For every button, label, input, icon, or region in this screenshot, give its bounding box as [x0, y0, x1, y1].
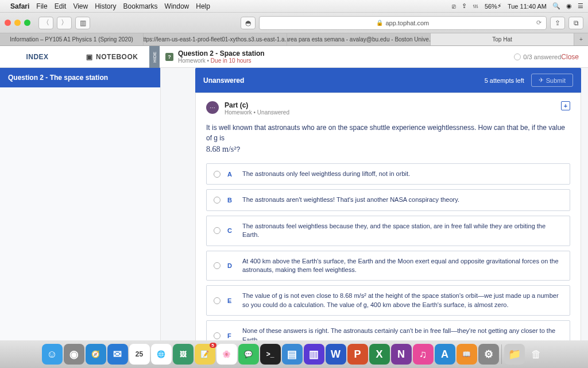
safari-toolbar: 〈 〉 ▥ ◓ 🔒 app.tophat.com ⟳ ⇪ ⧉: [0, 13, 588, 33]
dock-app-app2[interactable]: ▥: [304, 344, 324, 365]
dock-app-itunes[interactable]: ♫: [413, 344, 434, 365]
forward-button[interactable]: 〉: [57, 17, 72, 29]
clock[interactable]: Tue 11:40 AM: [508, 3, 547, 10]
expand-button[interactable]: +: [561, 101, 570, 110]
menu-window[interactable]: Window: [165, 2, 189, 10]
answer-option[interactable]: DAt 400 km above the Earth's surface, th…: [206, 251, 570, 281]
dock-app-safari[interactable]: 🧭: [86, 344, 106, 365]
radio-icon: [214, 332, 220, 339]
close-window-button[interactable]: [5, 20, 11, 26]
hide-sidebar-button[interactable]: HIDE: [149, 46, 160, 68]
dock-app-mail[interactable]: ✉: [107, 344, 128, 365]
dock-app-excel[interactable]: X: [369, 344, 390, 365]
dock-app-messages[interactable]: 💬: [238, 344, 259, 365]
dock-trash[interactable]: 🗑: [526, 344, 547, 365]
radio-icon: [214, 171, 220, 178]
option-letter: B: [227, 197, 235, 204]
answer-option[interactable]: CThe astronauts feel weightless because …: [206, 216, 570, 246]
attempts-left: 5 attempts left: [485, 77, 524, 84]
dock: ☺◉🧭✉25🌐🖼📝5🌸💬>_▤▥WPXN♫A📖⚙📁🗑: [0, 340, 588, 368]
answer-option[interactable]: AThe astronauts only feel weightless dur…: [206, 163, 570, 185]
app-name[interactable]: Safari: [10, 2, 29, 10]
browser-tab[interactable]: Information – PY105 A1 Physics 1 (Spring…: [0, 33, 144, 45]
question-title: Question 2 - Space station: [178, 49, 265, 57]
answer-option[interactable]: EThe value of g is not even close to 8.6…: [206, 285, 570, 316]
question-text: It is well known that astronauts who are…: [206, 122, 570, 155]
status-label: Unanswered: [203, 76, 244, 85]
answer-options: AThe astronauts only feel weightless dur…: [206, 163, 570, 340]
tabs-button[interactable]: ⧉: [568, 17, 583, 29]
dock-app-appstore[interactable]: A: [435, 344, 455, 365]
battery-status[interactable]: 56% ⚡︎: [485, 2, 502, 10]
menu-view[interactable]: View: [73, 2, 88, 10]
part-title: Part (c): [225, 101, 289, 109]
dock-app-terminal[interactable]: >_: [260, 344, 281, 365]
tab-notebook[interactable]: ▣ NOTEBOOK: [75, 46, 149, 68]
back-button[interactable]: 〈: [38, 17, 53, 29]
close-button[interactable]: Close: [561, 53, 579, 61]
new-tab-button[interactable]: +: [574, 33, 588, 45]
zoom-window-button[interactable]: [24, 20, 30, 26]
browser-tab-active[interactable]: Top Hat: [431, 33, 574, 45]
dock-app-notes[interactable]: 📝5: [195, 344, 215, 365]
dock-folder[interactable]: 📁: [504, 344, 525, 365]
browser-tab[interactable]: Tarea para esta semana - avalay@bu.edu -…: [287, 33, 431, 45]
dock-app-calendar[interactable]: 25: [129, 344, 150, 365]
tophat-header: INDEX ▣ NOTEBOOK HIDE ? Question 2 - Spa…: [0, 46, 588, 68]
menu-edit[interactable]: Edit: [55, 2, 67, 10]
option-letter: A: [227, 171, 235, 178]
answer-option[interactable]: BThe astronauts aren't weightless! That'…: [206, 189, 570, 210]
screen-mirror-icon[interactable]: ⎚: [452, 3, 456, 10]
menu-bookmarks[interactable]: Bookmarks: [123, 2, 158, 10]
dock-separator: [501, 344, 502, 364]
instructor-avatar: ⋯: [206, 101, 219, 114]
wifi-icon[interactable]: ᯾: [473, 3, 479, 10]
dock-app-app1[interactable]: ▤: [282, 344, 303, 365]
progress-circle-icon: [514, 53, 521, 60]
dock-app-preview[interactable]: 🖼: [173, 344, 194, 365]
dock-app-onenote[interactable]: N: [391, 344, 412, 365]
dock-app-chrome[interactable]: 🌐: [151, 344, 172, 365]
sidebar-current-question[interactable]: Question 2 - The space station: [0, 68, 160, 87]
airplay-icon[interactable]: ⇪: [462, 2, 467, 10]
dock-app-books[interactable]: 📖: [457, 344, 477, 365]
tab-index[interactable]: INDEX: [0, 46, 75, 68]
radio-icon: [214, 262, 220, 269]
address-bar[interactable]: 🔒 app.tophat.com ⟳: [259, 16, 547, 30]
question-meta: Homework • Due in 10 hours: [178, 57, 265, 64]
menu-history[interactable]: History: [95, 2, 116, 10]
reload-icon[interactable]: ⟳: [536, 19, 541, 26]
window-controls: [5, 20, 30, 26]
option-text: The astronauts only feel weightless duri…: [242, 170, 410, 178]
dock-app-launchpad[interactable]: ◉: [64, 344, 84, 365]
dock-app-photos[interactable]: 🌸: [216, 344, 237, 365]
option-text: The value of g is not even close to 8.68…: [242, 292, 563, 309]
answer-option[interactable]: FNone of these answers is right. The ast…: [206, 320, 570, 340]
sidebar: Question 2 - The space station: [0, 68, 161, 340]
submit-button[interactable]: ✈ Submit: [531, 74, 573, 87]
sidebar-button[interactable]: ▥: [75, 17, 90, 29]
dock-app-powerpoint[interactable]: P: [347, 344, 368, 365]
spotlight-icon[interactable]: 🔍: [552, 2, 560, 10]
lock-icon: 🔒: [376, 20, 383, 26]
mac-menu-bar: Safari File Edit View History Bookmarks …: [0, 0, 588, 13]
share-button[interactable]: ⇪: [550, 17, 565, 29]
part-meta: Homework • Unanswered: [225, 109, 289, 116]
dock-app-finder[interactable]: ☺: [42, 344, 63, 365]
option-text: The astronauts aren't weightless! That's…: [242, 195, 459, 204]
main-content: Unanswered 5 attempts left ✈ Submit ⋯ Pa…: [161, 68, 588, 340]
dock-app-word[interactable]: W: [326, 344, 346, 365]
minimize-window-button[interactable]: [14, 20, 21, 26]
option-letter: D: [227, 262, 235, 269]
send-icon: ✈: [539, 76, 544, 84]
menu-icon[interactable]: ☰: [578, 2, 583, 10]
option-text: The astronauts feel weightless because t…: [242, 222, 563, 240]
privacy-button[interactable]: ◓: [241, 17, 256, 29]
dock-app-settings[interactable]: ⚙: [478, 344, 499, 365]
siri-icon[interactable]: ◉: [566, 2, 572, 10]
radio-icon: [214, 197, 220, 204]
menu-help[interactable]: Help: [196, 2, 210, 10]
option-letter: C: [227, 227, 235, 234]
browser-tab[interactable]: https://learn-us-east-1-prod-fleet01-xyt…: [144, 33, 287, 45]
menu-file[interactable]: File: [36, 2, 47, 10]
